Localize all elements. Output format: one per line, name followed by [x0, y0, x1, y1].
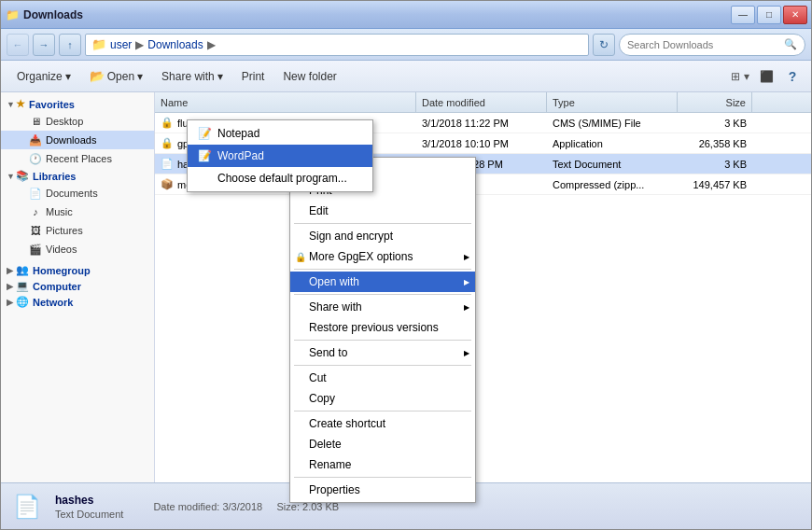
status-info: hashes Text Document: [55, 494, 123, 520]
col-header-name[interactable]: Name: [155, 92, 416, 112]
wordpad-icon: 📝: [197, 148, 212, 163]
sidebar-item-pictures[interactable]: 🖼 Pictures: [1, 221, 154, 240]
view-options-button[interactable]: ⊞ ▾: [729, 65, 751, 88]
organize-dropdown-icon: ▾: [65, 70, 71, 83]
ctx-properties[interactable]: Properties: [290, 480, 475, 500]
status-date-label: Date modified:: [153, 501, 219, 512]
ctx-restore-versions[interactable]: Restore previous versions: [290, 317, 475, 338]
sidebar-item-desktop[interactable]: 🖥 Desktop: [1, 112, 154, 131]
forward-button[interactable]: →: [33, 34, 55, 56]
ctx-edit[interactable]: Edit: [290, 201, 475, 221]
submenu-wordpad[interactable]: 📝 WordPad: [188, 145, 372, 167]
notepad-icon: 📝: [197, 126, 212, 141]
gpgex-icon: 🔒: [294, 252, 307, 262]
address-path[interactable]: 📁 user ▶ Downloads ▶: [85, 34, 589, 56]
close-button[interactable]: ✕: [783, 6, 807, 24]
submenu-open-with: 📝 Notepad 📝 WordPad Choose default progr…: [187, 119, 373, 192]
search-input[interactable]: [627, 39, 780, 50]
computer-header[interactable]: ▶ 💻 Computer: [1, 278, 154, 294]
title-bar: 📁 Downloads — □ ✕: [1, 1, 811, 29]
toolbar: Organize ▾ 📂 Open ▾ Share with ▾ Print N…: [1, 61, 811, 92]
open-dropdown-icon: ▾: [137, 70, 143, 83]
path-folder[interactable]: Downloads: [147, 38, 203, 51]
file-icon: 🔒: [161, 137, 174, 150]
ctx-sign-encrypt[interactable]: Sign and encrypt: [290, 226, 475, 246]
nav-pane: ▼ ★ Favorites 🖥 Desktop 📥 Downloads 🕐 Re…: [1, 92, 155, 482]
file-icon: 📄: [161, 158, 174, 171]
submenu-choose-default[interactable]: Choose default program...: [188, 167, 372, 189]
sidebar-item-music[interactable]: ♪ Music: [1, 202, 154, 221]
network-header[interactable]: ▶ 🌐 Network: [1, 294, 154, 310]
col-header-date[interactable]: Date modified: [416, 92, 547, 112]
music-icon: ♪: [29, 205, 42, 218]
open-button[interactable]: 📂 Open ▾: [81, 64, 151, 89]
refresh-button[interactable]: ↻: [593, 34, 615, 56]
videos-icon: 🎬: [29, 243, 42, 256]
file-list-header: Name Date modified Type Size: [155, 92, 811, 113]
ctx-open-with[interactable]: Open with: [290, 272, 475, 292]
downloads-icon: 📥: [29, 133, 42, 146]
documents-icon: 📄: [29, 187, 42, 200]
sidebar-item-documents[interactable]: 📄 Documents: [1, 184, 154, 202]
sidebar-item-recent[interactable]: 🕐 Recent Places: [1, 149, 154, 168]
status-file-icon: 📄: [10, 490, 44, 523]
maximize-button[interactable]: □: [757, 6, 781, 24]
explorer-window: 📁 Downloads — □ ✕ ← → ↑ 📁 user ▶ Downloa…: [0, 0, 812, 530]
window-controls: — □ ✕: [731, 6, 807, 24]
search-box[interactable]: 🔍: [619, 34, 805, 56]
new-folder-button[interactable]: New folder: [274, 64, 344, 89]
ctx-share-with[interactable]: Share with: [290, 297, 475, 317]
toolbar-right: ⊞ ▾ ⬛ ?: [729, 65, 804, 88]
back-button[interactable]: ←: [7, 34, 29, 56]
share-with-button[interactable]: Share with ▾: [153, 64, 231, 89]
minimize-button[interactable]: —: [731, 6, 755, 24]
address-bar: ← → ↑ 📁 user ▶ Downloads ▶ ↻ 🔍: [1, 29, 811, 61]
recent-places-icon: 🕐: [29, 152, 42, 165]
search-icon: 🔍: [784, 38, 797, 50]
context-menu: Open Print Edit Sign and encrypt 🔒 More …: [289, 157, 476, 503]
window-title: Downloads: [23, 8, 731, 21]
print-button[interactable]: Print: [233, 64, 273, 89]
status-file-type: Text Document: [55, 509, 123, 520]
col-header-type[interactable]: Type: [547, 92, 678, 112]
status-file-name: hashes: [55, 494, 123, 507]
libraries-header[interactable]: ▼ 📚 Libraries: [1, 168, 154, 184]
ctx-create-shortcut[interactable]: Create shortcut: [290, 413, 475, 434]
open-folder-icon: 📂: [90, 69, 105, 83]
ctx-copy[interactable]: Copy: [290, 388, 475, 409]
ctx-rename[interactable]: Rename: [290, 454, 475, 475]
col-header-size[interactable]: Size: [678, 92, 752, 112]
preview-pane-button[interactable]: ⬛: [755, 65, 777, 88]
up-button[interactable]: ↑: [59, 34, 81, 56]
ctx-more-gpgex[interactable]: 🔒 More GpgEX options: [290, 246, 475, 267]
desktop-icon: 🖥: [29, 115, 42, 128]
help-button[interactable]: ?: [781, 65, 804, 88]
ctx-cut[interactable]: Cut: [290, 368, 475, 388]
favorites-header[interactable]: ▼ ★ Favorites: [1, 96, 154, 112]
path-user[interactable]: user: [110, 38, 132, 51]
homegroup-header[interactable]: ▶ 👥 Homegroup: [1, 262, 154, 278]
status-date-value: 3/3/2018: [222, 501, 262, 512]
file-icon: 🔒: [161, 117, 174, 130]
ctx-delete[interactable]: Delete: [290, 434, 475, 454]
path-icon: 📁: [91, 37, 106, 51]
organize-button[interactable]: Organize ▾: [8, 64, 79, 89]
ctx-send-to[interactable]: Send to: [290, 342, 475, 363]
sidebar-item-videos[interactable]: 🎬 Videos: [1, 240, 154, 258]
window-icon: 📁: [5, 7, 20, 22]
submenu-notepad[interactable]: 📝 Notepad: [188, 122, 372, 145]
sidebar-item-downloads[interactable]: 📥 Downloads: [1, 131, 154, 149]
share-dropdown-icon: ▾: [217, 70, 223, 83]
file-icon: 📦: [161, 178, 174, 191]
pictures-icon: 🖼: [29, 224, 42, 237]
